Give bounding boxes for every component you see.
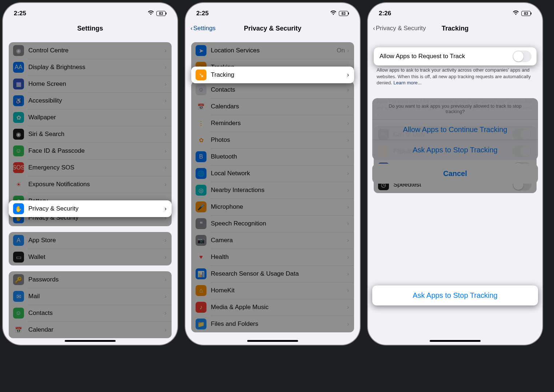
chevron-right-icon: › [347, 204, 349, 210]
row-icon: 📊 [196, 268, 206, 279]
privacy-row[interactable]: 📊Research Sensor & Usage Data› [191, 265, 354, 282]
chevron-right-icon: › [347, 287, 349, 294]
chevron-right-icon: › [347, 271, 349, 277]
row-label: Control Centre [28, 47, 165, 54]
privacy-row[interactable]: ☺Contacts› [191, 81, 354, 98]
privacy-row[interactable]: 📷Camera› [191, 232, 354, 249]
settings-row[interactable]: 🔑Passwords› [9, 271, 172, 288]
screen-privacy-security: 2:25 83 ‹ Settings Privacy & Security ➤L… [185, 3, 360, 345]
chevron-right-icon: › [347, 220, 349, 227]
chevron-left-icon: ‹ [373, 25, 375, 32]
chevron-right-icon: › [347, 304, 349, 311]
privacy-row[interactable]: ♪Media & Apple Music› [191, 299, 354, 316]
wifi-icon [513, 10, 519, 17]
row-label: Face ID & Passcode [28, 147, 165, 155]
privacy-row[interactable]: 🌐Local Network› [191, 165, 354, 182]
settings-group: AApp Store›▭Wallet› [9, 232, 172, 265]
privacy-row[interactable]: ❝Speech Recognition› [191, 215, 354, 232]
chevron-right-icon: › [347, 137, 349, 143]
settings-row[interactable]: AADisplay & Brightness› [9, 59, 172, 76]
navbar: Settings [3, 20, 177, 36]
settings-row[interactable]: AApp Store› [9, 232, 172, 249]
action-sheet: Do you want to ask apps you previously a… [372, 98, 538, 184]
wifi-icon [148, 10, 154, 17]
settings-row[interactable]: ☺Contacts› [9, 305, 172, 321]
row-icon: 📁 [196, 319, 206, 329]
settings-row[interactable]: 📅Calendar› [9, 321, 172, 338]
chevron-right-icon: › [165, 327, 166, 333]
row-label: Microphone [211, 203, 347, 211]
chevron-right-icon: › [347, 47, 349, 54]
back-button[interactable]: ‹ Settings [190, 25, 216, 32]
row-icon: ☺ [13, 145, 24, 156]
settings-row[interactable]: ▭Wallet› [9, 249, 172, 265]
status-bar: 2:26 83 [368, 3, 542, 20]
chevron-right-icon: › [347, 72, 349, 78]
home-indicator [247, 340, 298, 342]
battery-icon: 83 [156, 11, 166, 16]
sheet-option-stop-highlight[interactable]: Ask Apps to Stop Tracking [372, 285, 538, 305]
status-bar: 2:25 83 [185, 3, 360, 20]
back-button[interactable]: ‹ Privacy & Security [373, 25, 426, 32]
toggle-allow-tracking[interactable] [513, 51, 531, 62]
privacy-row[interactable]: ◎Nearby Interactions› [191, 182, 354, 199]
row-label: Mail [28, 293, 165, 300]
privacy-row[interactable]: 📁Files and Folders› [191, 316, 354, 332]
chevron-right-icon: › [165, 131, 166, 137]
row-value: On [337, 47, 345, 54]
settings-row[interactable]: ✉Mail› [9, 288, 172, 305]
row-icon: SOS [13, 162, 24, 173]
settings-row[interactable]: ◉Control Centre› [9, 42, 172, 59]
privacy-row[interactable]: BBluetooth› [191, 148, 354, 165]
chevron-right-icon: › [347, 120, 349, 127]
wifi-icon [330, 10, 337, 17]
privacy-row[interactable]: ➤Location ServicesOn› [191, 42, 354, 59]
settings-row[interactable]: ◉Siri & Search› [9, 126, 172, 143]
sheet-option-stop[interactable]: Ask Apps to Stop Tracking [372, 140, 538, 160]
chevron-right-icon: › [165, 181, 166, 188]
footer-allow-desc: Allow apps to ask to track your activity… [368, 64, 542, 89]
settings-row[interactable]: ☀Exposure Notifications› [9, 176, 172, 193]
chevron-right-icon: › [347, 187, 349, 193]
chevron-right-icon: › [347, 254, 349, 260]
settings-row[interactable]: ♿Accessibility› [9, 92, 172, 109]
chevron-right-icon: › [165, 97, 166, 104]
settings-row[interactable]: ▦Home Screen› [9, 76, 172, 92]
navbar: ‹ Settings Privacy & Security [185, 20, 360, 36]
chevron-right-icon: › [165, 148, 166, 154]
row-icon: ◎ [196, 185, 206, 196]
status-time: 2:25 [14, 10, 26, 17]
chevron-right-icon: › [165, 276, 166, 283]
row-label: App Store [28, 237, 165, 244]
row-privacy-security-highlight[interactable]: ✋ Privacy & Security › [9, 200, 172, 217]
row-label: Wallpaper [28, 114, 165, 121]
row-label: Health [211, 253, 347, 261]
learn-more-link[interactable]: Learn more... [393, 80, 421, 85]
privacy-row[interactable]: ⌂HomeKit› [191, 282, 354, 299]
privacy-row[interactable]: ⋮Reminders› [191, 115, 354, 132]
settings-row[interactable]: ☺Face ID & Passcode› [9, 143, 172, 159]
privacy-row[interactable]: ♥Health› [191, 249, 354, 265]
row-label: Research Sensor & Usage Data [211, 270, 347, 277]
row-allow-tracking-highlight[interactable]: Allow Apps to Request to Track [374, 47, 537, 65]
settings-group: 🔑Passwords›✉Mail›☺Contacts›📅Calendar› [9, 271, 172, 338]
settings-row[interactable]: SOSEmergency SOS› [9, 159, 172, 176]
chevron-right-icon: › [347, 237, 349, 244]
row-icon: ❝ [196, 218, 206, 229]
row-icon: ♥ [196, 252, 206, 263]
row-label: Allow Apps to Request to Track [380, 53, 513, 60]
row-label: Local Network [211, 170, 347, 177]
privacy-row[interactable]: 📅Calendars› [191, 98, 354, 115]
privacy-row[interactable]: 🎤Microphone› [191, 199, 354, 215]
privacy-row[interactable]: ✿Photos› [191, 132, 354, 148]
row-label: Tracking [211, 71, 347, 79]
sheet-cancel[interactable]: Cancel [372, 164, 538, 184]
sheet-option-continue[interactable]: Allow Apps to Continue Tracking [372, 119, 538, 140]
chevron-right-icon: › [165, 114, 166, 121]
row-tracking-highlight[interactable]: ↘ Tracking › [191, 67, 354, 83]
settings-row[interactable]: ✿Wallpaper› [9, 109, 172, 126]
home-indicator [65, 340, 116, 342]
row-icon: ▦ [13, 79, 24, 89]
row-icon: ☺ [13, 308, 24, 319]
battery-icon: 83 [339, 11, 349, 16]
